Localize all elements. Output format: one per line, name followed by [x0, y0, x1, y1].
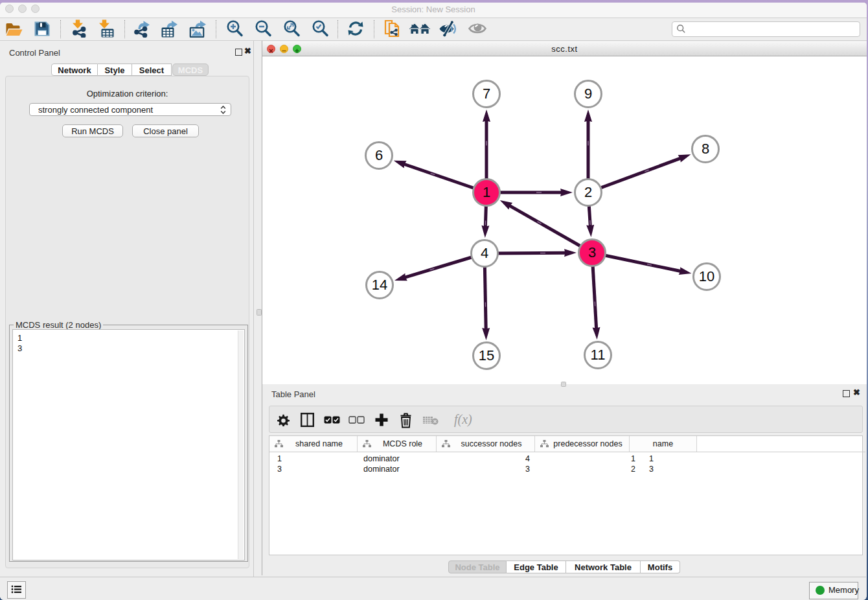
svg-text:4: 4: [481, 245, 488, 261]
svg-text:1: 1: [483, 184, 490, 200]
svg-text:2: 2: [584, 184, 592, 200]
svg-text:7: 7: [483, 86, 490, 102]
svg-text:10: 10: [699, 268, 714, 284]
svg-text:3: 3: [588, 244, 596, 260]
svg-text:14: 14: [372, 277, 387, 293]
svg-text:8: 8: [702, 141, 709, 157]
svg-text:11: 11: [591, 347, 606, 363]
svg-text:6: 6: [375, 147, 383, 163]
svg-text:15: 15: [479, 347, 494, 363]
svg-text:9: 9: [584, 86, 592, 102]
